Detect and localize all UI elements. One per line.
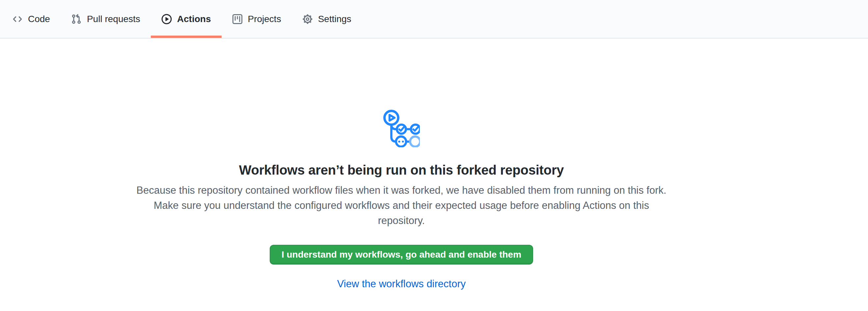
enable-workflows-button[interactable]: I understand my workflows, go ahead and …	[270, 245, 533, 265]
tab-settings[interactable]: Settings	[292, 0, 362, 38]
project-icon	[232, 14, 243, 24]
tab-code[interactable]: Code	[2, 0, 61, 38]
gear-icon	[302, 14, 313, 24]
tab-label: Code	[28, 14, 50, 24]
repo-tab-nav: Code Pull requests Actions Projects	[0, 0, 868, 38]
git-pull-request-icon	[71, 14, 82, 24]
tab-projects[interactable]: Projects	[222, 0, 292, 38]
blankslate-description: Because this repository contained workfl…	[135, 183, 668, 228]
workflow-graph-icon	[383, 110, 420, 147]
tab-pull-requests[interactable]: Pull requests	[61, 0, 151, 38]
play-icon	[161, 14, 172, 24]
tab-label: Pull requests	[87, 14, 140, 24]
blankslate-title: Workflows aren’t being run on this forke…	[131, 162, 672, 178]
tab-actions[interactable]: Actions	[151, 0, 222, 38]
tab-label: Projects	[248, 14, 281, 24]
code-icon	[12, 14, 23, 24]
tab-label: Actions	[177, 14, 211, 24]
blankslate: Workflows aren’t being run on this forke…	[131, 38, 672, 290]
view-workflows-directory-link[interactable]: View the workflows directory	[131, 278, 672, 290]
actions-blankslate-page: Workflows aren’t being run on this forke…	[0, 38, 868, 290]
tab-label: Settings	[318, 14, 351, 24]
selected-tab-underline	[151, 36, 222, 38]
